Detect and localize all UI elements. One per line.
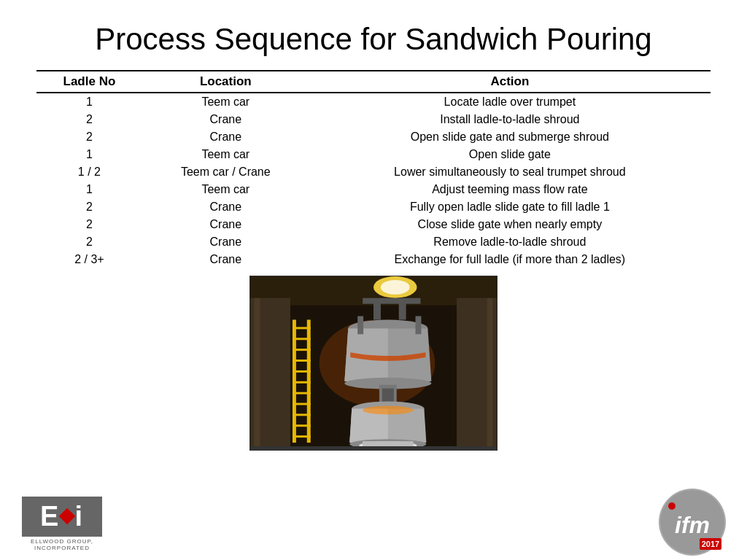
cell-ladle-no: 1 / 2 bbox=[36, 163, 142, 181]
table-header-row: Ladle No Location Action bbox=[36, 71, 711, 93]
cell-ladle-no: 1 bbox=[36, 146, 142, 163]
col-header-action: Action bbox=[309, 71, 711, 93]
table-row: 1Teem carOpen slide gate bbox=[36, 146, 711, 163]
cell-location: Crane bbox=[142, 128, 309, 146]
svg-point-40 bbox=[668, 502, 676, 510]
table-row: 2 / 3+CraneExchange for full ladle (if m… bbox=[36, 251, 711, 268]
svg-rect-17 bbox=[293, 392, 311, 394]
process-table: Ladle No Location Action 1Teem carLocate… bbox=[36, 70, 711, 268]
svg-rect-26 bbox=[374, 302, 381, 320]
cell-action: Locate ladle over trumpet bbox=[309, 93, 711, 111]
svg-rect-14 bbox=[293, 359, 311, 362]
table-row: 2CraneFully open ladle slide gate to fil… bbox=[36, 198, 711, 216]
cell-ladle-no: 1 bbox=[36, 181, 142, 198]
cell-action: Open slide gate and submerge shroud bbox=[309, 128, 711, 146]
svg-rect-13 bbox=[293, 349, 311, 351]
cell-action: Exchange for full ladle (if more than 2 … bbox=[309, 251, 711, 268]
cell-location: Crane bbox=[142, 233, 309, 251]
egi-subtitle: ELLWOOD GROUP, INCORPORATED bbox=[11, 538, 113, 551]
svg-point-3 bbox=[381, 280, 410, 295]
egi-letter-i: i bbox=[74, 501, 84, 532]
svg-rect-20 bbox=[293, 424, 311, 427]
image-container bbox=[36, 276, 711, 451]
table-row: 1 / 2Teem car / CraneLower simultaneousl… bbox=[36, 163, 711, 181]
svg-rect-12 bbox=[293, 338, 311, 340]
svg-rect-25 bbox=[416, 316, 422, 335]
col-header-ladle: Ladle No bbox=[36, 71, 142, 93]
cell-action: Remove ladle-to-ladle shroud bbox=[309, 233, 711, 251]
ifm-logo: ifm 2017 bbox=[649, 494, 736, 553]
cell-location: Crane bbox=[142, 198, 309, 216]
cell-ladle-no: 2 bbox=[36, 198, 142, 216]
svg-rect-8 bbox=[487, 298, 493, 450]
svg-rect-27 bbox=[399, 302, 406, 320]
egi-diamond-icon bbox=[59, 508, 76, 525]
cell-action: Adjust teeming mass flow rate bbox=[309, 181, 711, 198]
svg-rect-19 bbox=[293, 413, 311, 416]
cell-action: Open slide gate bbox=[309, 146, 711, 163]
cell-location: Teem car bbox=[142, 146, 309, 163]
cell-action: Install ladle-to-ladle shroud bbox=[309, 111, 711, 128]
cell-action: Close slide gate when nearly empty bbox=[309, 216, 711, 233]
cell-ladle-no: 2 bbox=[36, 216, 142, 233]
svg-rect-15 bbox=[293, 370, 311, 373]
svg-text:ifm: ifm bbox=[675, 512, 710, 538]
cell-location: Teem car bbox=[142, 93, 309, 111]
egi-letter-e: E bbox=[40, 501, 60, 532]
table-row: 2CraneRemove ladle-to-ladle shroud bbox=[36, 233, 711, 251]
svg-rect-21 bbox=[293, 435, 311, 438]
svg-rect-18 bbox=[293, 403, 311, 405]
table-row: 1Teem carAdjust teeming mass flow rate bbox=[36, 181, 711, 198]
page-title: Process Sequence for Sandwich Pouring bbox=[36, 22, 711, 57]
slide: Process Sequence for Sandwich Pouring La… bbox=[0, 0, 747, 560]
col-header-location: Location bbox=[142, 71, 309, 93]
cell-ladle-no: 2 bbox=[36, 233, 142, 251]
ifm-circle-svg: ifm 2017 bbox=[656, 486, 729, 559]
cell-location: Crane bbox=[142, 216, 309, 233]
table-row: 2CraneClose slide gate when nearly empty bbox=[36, 216, 711, 233]
table-row: 2CraneOpen slide gate and submerge shrou… bbox=[36, 128, 711, 146]
cell-ladle-no: 2 / 3+ bbox=[36, 251, 142, 268]
cell-location: Crane bbox=[142, 251, 309, 268]
svg-rect-11 bbox=[293, 327, 311, 329]
cell-action: Fully open ladle slide gate to fill ladl… bbox=[309, 198, 711, 216]
table-row: 2CraneInstall ladle-to-ladle shroud bbox=[36, 111, 711, 128]
cell-location: Crane bbox=[142, 111, 309, 128]
cell-location: Teem car bbox=[142, 181, 309, 198]
cell-ladle-no: 2 bbox=[36, 128, 142, 146]
cell-ladle-no: 1 bbox=[36, 93, 142, 111]
egi-logo: E i ELLWOOD GROUP, INCORPORATED bbox=[11, 494, 113, 553]
svg-rect-28 bbox=[363, 298, 420, 304]
cell-ladle-no: 2 bbox=[36, 111, 142, 128]
table-row: 1Teem carLocate ladle over trumpet bbox=[36, 93, 711, 111]
furnace-image bbox=[249, 276, 498, 451]
svg-rect-24 bbox=[357, 316, 363, 335]
svg-point-33 bbox=[363, 406, 413, 415]
svg-text:2017: 2017 bbox=[702, 540, 719, 548]
svg-rect-6 bbox=[254, 298, 260, 450]
cell-action: Lower simultaneously to seal trumpet shr… bbox=[309, 163, 711, 181]
svg-rect-37 bbox=[250, 446, 496, 450]
svg-rect-16 bbox=[293, 381, 311, 384]
cell-location: Teem car / Crane bbox=[142, 163, 309, 181]
